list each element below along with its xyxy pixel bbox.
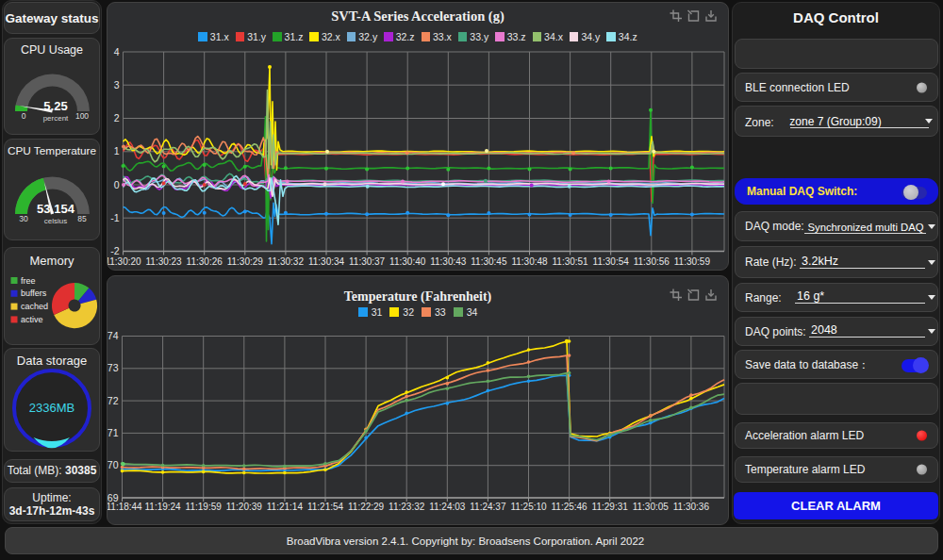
svg-text:11:30:26: 11:30:26	[187, 256, 223, 267]
svg-text:11:30:40: 11:30:40	[389, 256, 426, 267]
svg-text:free: free	[21, 276, 36, 286]
svg-text:11:25:46: 11:25:46	[552, 502, 588, 512]
svg-text:1: 1	[114, 145, 120, 156]
svg-text:4: 4	[114, 46, 120, 58]
svg-text:11:19:59: 11:19:59	[186, 502, 223, 512]
svg-text:11:30:59: 11:30:59	[674, 256, 711, 267]
svg-text:11:19:24: 11:19:24	[145, 502, 182, 512]
svg-text:11:30:20: 11:30:20	[108, 256, 141, 267]
svg-text:buffers: buffers	[21, 288, 47, 298]
svg-text:11:30:54: 11:30:54	[593, 256, 630, 267]
svg-text:11:23:32: 11:23:32	[389, 502, 425, 512]
svg-text:71: 71	[108, 427, 119, 438]
svg-text:11:30:51: 11:30:51	[553, 256, 589, 267]
svg-text:11:30:43: 11:30:43	[430, 256, 467, 267]
svg-text:11:30:29: 11:30:29	[227, 256, 264, 267]
svg-text:11:25:10: 11:25:10	[510, 502, 547, 512]
svg-text:2336MB: 2336MB	[29, 401, 74, 415]
svg-text:11:20:39: 11:20:39	[226, 502, 263, 512]
svg-text:85: 85	[77, 214, 87, 223]
svg-text:0: 0	[114, 179, 120, 190]
svg-text:celsius: celsius	[44, 217, 67, 225]
svg-text:-2: -2	[110, 245, 119, 256]
svg-text:11:22:29: 11:22:29	[348, 502, 385, 512]
svg-text:2: 2	[114, 112, 120, 124]
svg-text:11:30:34: 11:30:34	[308, 256, 345, 267]
svg-text:53.154: 53.154	[37, 202, 75, 216]
svg-text:5.25: 5.25	[43, 99, 67, 113]
svg-text:11:24:03: 11:24:03	[429, 502, 466, 512]
svg-text:11:30:45: 11:30:45	[471, 256, 507, 267]
svg-text:-1: -1	[110, 212, 119, 223]
svg-text:70: 70	[108, 459, 119, 470]
svg-text:active: active	[21, 315, 43, 324]
svg-text:11:30:32: 11:30:32	[268, 256, 305, 267]
svg-text:73: 73	[108, 362, 119, 373]
svg-text:cached: cached	[21, 302, 48, 311]
svg-text:11:18:44: 11:18:44	[108, 502, 142, 512]
svg-text:11:30:56: 11:30:56	[634, 256, 670, 267]
svg-text:30: 30	[19, 214, 28, 223]
svg-text:11:21:54: 11:21:54	[307, 502, 344, 512]
svg-text:100: 100	[75, 111, 89, 121]
svg-text:3: 3	[114, 79, 120, 91]
svg-text:0: 0	[22, 111, 26, 121]
svg-text:11:30:05: 11:30:05	[633, 502, 670, 512]
svg-text:11:29:31: 11:29:31	[592, 502, 629, 512]
svg-text:11:30:36: 11:30:36	[673, 502, 710, 512]
svg-text:11:21:14: 11:21:14	[267, 502, 304, 512]
svg-text:11:30:37: 11:30:37	[349, 256, 386, 267]
svg-text:percent: percent	[43, 114, 69, 123]
svg-text:74: 74	[108, 330, 119, 341]
svg-text:11:30:23: 11:30:23	[146, 256, 183, 267]
svg-text:11:30:48: 11:30:48	[511, 256, 548, 267]
svg-text:72: 72	[108, 395, 119, 406]
svg-text:11:24:37: 11:24:37	[470, 502, 506, 512]
